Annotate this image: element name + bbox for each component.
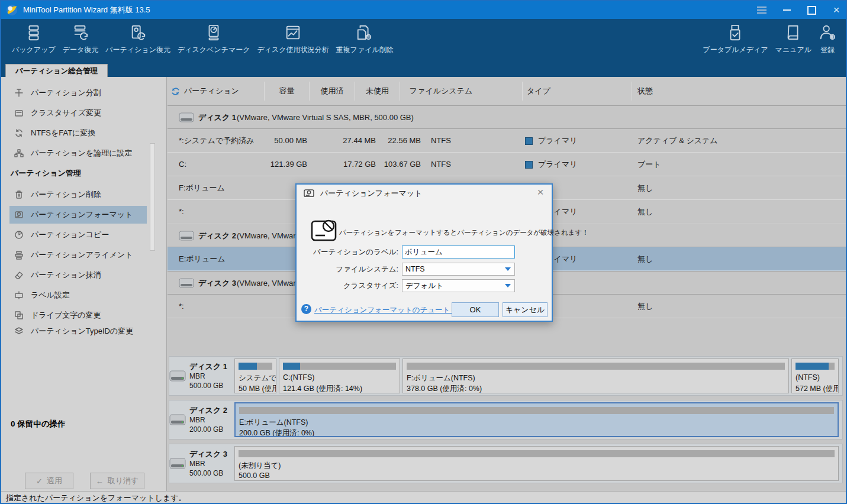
dialog-warning-text: パーティションをフォーマットするとパーティションのデータが破壊されます！ (339, 228, 550, 237)
undo-button[interactable]: ← 取り消す (90, 473, 144, 489)
manual-button[interactable]: マニュアル (772, 21, 815, 65)
apply-button[interactable]: ✓ 適用 (25, 473, 73, 489)
disk-icon (169, 458, 186, 469)
duplicate-file-finder-icon (356, 24, 373, 41)
trash-icon (14, 190, 24, 199)
dialog-title: パーティションフォーマット (320, 188, 422, 199)
diskmap-tile-unlettered[interactable]: (NTFS) 572 MB (使用済: 85%) (791, 358, 839, 393)
wipe-partition-icon (14, 270, 24, 280)
diskmap-disk3-label[interactable]: ディスク 3MBR500.00 GB (169, 444, 233, 483)
partition-label-input[interactable] (402, 245, 515, 259)
diskmap-disk3: ディスク 3MBR500.00 GB (未割り当て) 500.0 GB (169, 444, 843, 483)
diskmap-tile-f[interactable]: F:ボリューム(NTFS) 378.0 GB (使用済: 0%) (402, 358, 789, 393)
menu-icon[interactable] (757, 5, 767, 15)
diskmap-disk1-label[interactable]: ディスク 1MBR500.00 GB (169, 357, 233, 395)
header-unused[interactable]: 未使用 (355, 77, 400, 105)
sidebar-item-change-cluster-size[interactable]: クラスタサイズ変更 (1, 104, 167, 122)
dialog-close-icon[interactable]: × (535, 187, 546, 198)
ok-button[interactable]: OK (452, 302, 499, 317)
diskmap-disk2-label[interactable]: ディスク 2MBR200.00 GB (169, 400, 233, 439)
tab-partition-management[interactable]: パーティション総合管理 (5, 64, 108, 77)
dialog-title-bar: パーティションフォーマット × (297, 185, 552, 202)
diskmap-disk2: ディスク 2MBR200.00 GB E:ボリューム(NTFS) 200.0 G… (169, 400, 843, 440)
format-partition-dialog: パーティションフォーマット × パーティションをフォーマットするとパーティション… (295, 183, 553, 322)
sidebar-item-set-partition-logical[interactable]: パーティションを論理に設定 (1, 144, 167, 162)
split-partition-icon (14, 88, 24, 98)
cluster-size-icon (14, 108, 24, 118)
diskmap-tile-system-reserved[interactable]: システムで予約済み 50 MB (使用済: 55%) (234, 358, 276, 393)
header-capacity[interactable]: 容量 (264, 77, 310, 105)
disk-usage-analysis-button[interactable]: ディスク使用状況分析 (253, 21, 332, 65)
sidebar-item-convert-ntfs-to-fat[interactable]: NTFSをFATに変換 (1, 124, 167, 142)
data-recovery-icon (72, 24, 89, 41)
sidebar-item-format-partition[interactable]: パーティションフォーマット (9, 206, 147, 224)
partition-recovery-icon (129, 24, 147, 41)
pending-label: 保留中の操作 (17, 419, 65, 428)
minimize-button[interactable] (782, 5, 791, 15)
diskmap-tile-unallocated[interactable]: (未割り当て) 500.0 GB (234, 446, 839, 481)
backup-button[interactable]: バックアップ (8, 21, 59, 65)
disk-icon (169, 414, 186, 425)
usage-bar (796, 363, 835, 370)
copy-partition-icon (14, 230, 24, 240)
usage-bar (239, 450, 835, 457)
diskmap-tile-c[interactable]: C:(NTFS) 121.4 GB (使用済: 14%) (279, 358, 400, 393)
close-button[interactable]: × (832, 5, 841, 15)
app-window: MiniTool Partition Wizard 無料版 13.5 × バック… (0, 0, 847, 504)
sidebar-item-delete-partition[interactable]: パーティション削除 (1, 186, 167, 203)
app-logo-icon (5, 4, 18, 17)
format-drive-icon (304, 189, 314, 198)
pending-count: 0 (11, 419, 15, 428)
header-status[interactable]: 状態 (637, 77, 653, 105)
sidebar-item-align-partition[interactable]: パーティションアライメント (1, 246, 167, 264)
sidebar-item-set-label[interactable]: ラベル設定 (1, 286, 167, 304)
data-recovery-button[interactable]: データ復元 (59, 21, 102, 65)
register-button[interactable]: 登録 (815, 21, 840, 65)
table-row-system-reserved[interactable]: *:システムで予約済み 50.00 MB 27.44 MB 22.56 MB N… (168, 129, 847, 153)
pending-operations-header: 0 保留中の操作 (11, 419, 66, 429)
label-icon (14, 290, 24, 300)
convert-icon (14, 128, 24, 138)
disk-benchmark-button[interactable]: ディスクベンチマーク (174, 21, 254, 65)
format-warning-icon (311, 218, 338, 243)
sidebar-scrollbar[interactable] (150, 143, 155, 251)
sidebar-item-change-type-id[interactable]: パーティションTypeIDの変更 (1, 327, 167, 336)
refresh-icon[interactable] (171, 87, 180, 96)
bootable-media-icon (726, 24, 744, 41)
partition-recovery-button[interactable]: パーティション復元 (102, 21, 174, 65)
partition-label-caption: パーティションのラベル: (297, 245, 398, 259)
sidebar-item-wipe-partition[interactable]: パーティション抹消 (1, 266, 167, 284)
header-used[interactable]: 使用済 (309, 77, 355, 105)
check-icon: ✓ (36, 477, 43, 486)
cancel-button[interactable]: キャンセル (503, 302, 548, 317)
disk-icon (179, 112, 194, 122)
disk-usage-analysis-icon (284, 24, 302, 41)
sidebar-item-split-partition[interactable]: パーティション分割 (1, 84, 167, 102)
table-row-c-drive[interactable]: C: 121.39 GB 17.72 GB 103.67 GB NTFS プライ… (168, 153, 847, 176)
duplicate-file-finder-button[interactable]: 重複ファイル削除 (333, 21, 397, 65)
tab-strip: パーティション総合管理 (1, 64, 846, 77)
diskmap-tile-e-selected[interactable]: E:ボリューム(NTFS) 200.0 GB (使用済: 0%) (234, 402, 839, 437)
manual-icon (784, 24, 802, 41)
window-title: MiniTool Partition Wizard 無料版 13.5 (23, 5, 150, 15)
drive-letter-icon (14, 311, 24, 320)
primary-type-icon (525, 161, 533, 169)
sidebar-item-copy-partition[interactable]: パーティションコピー (1, 226, 167, 244)
toolbar: バックアップ データ復元 パーティション復元 ディスクベンチマーク ディスク使用… (1, 19, 846, 64)
sidebar-item-change-drive-letter[interactable]: ドライブ文字の変更 (1, 306, 167, 324)
disk-icon (179, 231, 194, 241)
usage-bar (239, 363, 272, 370)
cluster-size-select[interactable]: デフォルト (402, 279, 515, 292)
sidebar: パーティション分割 クラスタサイズ変更 NTFSをFATに変換 パーティションを… (1, 77, 167, 491)
help-icon[interactable]: ? (301, 304, 311, 314)
header-type[interactable]: タイプ (527, 77, 550, 105)
maximize-button[interactable] (807, 5, 816, 15)
file-system-select[interactable]: NTFS (402, 263, 515, 276)
usage-bar (239, 407, 834, 414)
table-row-disk1-group[interactable]: ディスク 1 (VMware, VMware Virtual S SAS, MB… (168, 105, 847, 129)
type-id-icon (14, 327, 24, 336)
bootable-media-button[interactable]: ブータブルメディア (699, 21, 771, 65)
header-file-system[interactable]: ファイルシステム (400, 77, 482, 105)
tutorial-link[interactable]: パーティションフォーマットのチュートリアル (314, 305, 473, 315)
header-partition[interactable]: パーティション (184, 77, 239, 105)
